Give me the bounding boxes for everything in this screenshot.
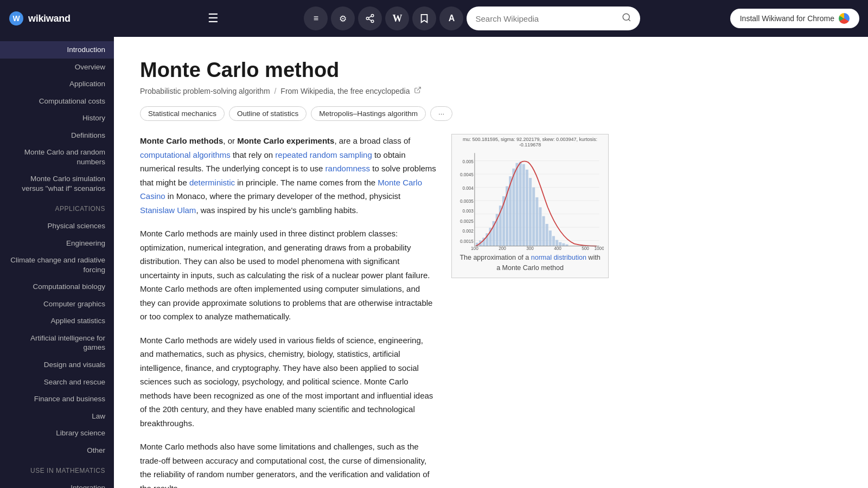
svg-text:1000: 1000 bbox=[595, 246, 604, 251]
translate-button[interactable]: A bbox=[439, 7, 463, 30]
svg-text:0.0025: 0.0025 bbox=[460, 219, 474, 224]
svg-text:100: 100 bbox=[471, 246, 478, 251]
svg-line-8 bbox=[629, 19, 630, 21]
svg-text:0.0045: 0.0045 bbox=[460, 172, 474, 177]
svg-text:W: W bbox=[12, 14, 20, 23]
svg-rect-55 bbox=[556, 240, 558, 246]
svg-text:0.003: 0.003 bbox=[462, 209, 474, 214]
paragraph-3: Monte Carlo methods are widely used in v… bbox=[140, 333, 436, 431]
sidebar-item-library-science[interactable]: Library science bbox=[0, 425, 114, 442]
svg-rect-51 bbox=[542, 216, 545, 246]
header: W wikiwand ☰ ≡ ⚙ W A bbox=[0, 0, 868, 37]
article-text: Monte Carlo methods, or Monte Carlo expe… bbox=[140, 134, 436, 488]
search-input[interactable] bbox=[475, 14, 617, 23]
paragraph-1: Monte Carlo methods, or Monte Carlo expe… bbox=[140, 134, 436, 217]
sidebar-item-finance[interactable]: Finance and business bbox=[0, 390, 114, 408]
svg-rect-52 bbox=[546, 224, 548, 246]
tag-metropolis-hastings[interactable]: Metropolis–Hastings algorithm bbox=[311, 106, 426, 121]
svg-line-6 bbox=[369, 16, 372, 18]
svg-text:200: 200 bbox=[499, 246, 506, 251]
svg-rect-43 bbox=[515, 163, 518, 246]
paragraph-2: Monte Carlo methods are mainly used in t… bbox=[140, 227, 436, 324]
svg-rect-50 bbox=[539, 207, 541, 246]
sidebar-item-engineering[interactable]: Engineering bbox=[0, 235, 114, 252]
svg-text:0.0035: 0.0035 bbox=[460, 199, 474, 204]
separator: / bbox=[275, 87, 277, 95]
logo-area: W wikiwand bbox=[9, 11, 123, 26]
svg-text:0.004: 0.004 bbox=[462, 186, 474, 191]
sidebar-item-application[interactable]: Application bbox=[0, 75, 114, 93]
content-area: Monte Carlo method Probabilistic problem… bbox=[114, 37, 635, 488]
tag-statistical-mechanics[interactable]: Statistical mechanics bbox=[140, 106, 225, 121]
svg-point-2 bbox=[372, 15, 374, 17]
sidebar-item-definitions[interactable]: Definitions bbox=[0, 127, 114, 144]
sidebar-item-ai-games[interactable]: Artificial intelligence for games bbox=[0, 330, 114, 356]
settings-button[interactable]: ⚙ bbox=[331, 7, 355, 30]
sidebar-item-computational-biology[interactable]: Computational biology bbox=[0, 278, 114, 296]
bookmark-button[interactable] bbox=[412, 7, 436, 30]
link-computational-algorithms[interactable]: computational algorithms bbox=[140, 150, 231, 159]
sidebar-item-computational-costs[interactable]: Computational costs bbox=[0, 93, 114, 110]
page-subtitle: Probabilistic problem-solving algorithm … bbox=[140, 86, 609, 95]
sidebar-item-overview[interactable]: Overview bbox=[0, 59, 114, 76]
sidebar-item-introduction[interactable]: Introduction bbox=[0, 41, 114, 59]
menu-button[interactable]: ☰ bbox=[208, 11, 219, 25]
sidebar-item-integration[interactable]: Integration bbox=[0, 479, 114, 488]
svg-point-4 bbox=[372, 20, 374, 23]
chart-label: mu: 500.181595, sigma: 92.202179, skew: … bbox=[456, 137, 604, 147]
page-title: Monte Carlo method bbox=[140, 59, 609, 82]
link-monte-carlo-casino[interactable]: Monte Carlo Casino bbox=[140, 178, 422, 201]
wikipedia-button[interactable]: W bbox=[385, 7, 409, 30]
tag-more[interactable]: ··· bbox=[430, 106, 452, 121]
wikiwand-logo-icon: W bbox=[9, 11, 24, 26]
svg-rect-56 bbox=[559, 242, 561, 246]
chart-svg: 0.005 0.0045 0.004 0.0035 0.003 0.0025 0… bbox=[456, 147, 604, 253]
svg-text:0.002: 0.002 bbox=[462, 229, 474, 234]
paragraph-4: Monte Carlo methods also have some limit… bbox=[140, 440, 436, 488]
sidebar: Introduction Overview Application Comput… bbox=[0, 37, 114, 488]
share-button[interactable] bbox=[358, 7, 382, 30]
link-deterministic[interactable]: deterministic bbox=[189, 178, 235, 187]
link-repeated-random-sampling[interactable]: repeated random sampling bbox=[275, 150, 372, 159]
svg-rect-49 bbox=[535, 197, 538, 246]
subtitle-text: Probabilistic problem-solving algorithm bbox=[140, 87, 270, 95]
svg-rect-53 bbox=[549, 230, 552, 246]
sidebar-item-monte-carlo-vs-whatif[interactable]: Monte Carlo simulation versus "what if" … bbox=[0, 170, 114, 197]
sidebar-item-physical-sciences[interactable]: Physical sciences bbox=[0, 217, 114, 235]
chrome-icon bbox=[839, 13, 850, 24]
text-format-button[interactable]: ≡ bbox=[304, 7, 328, 30]
sidebar-item-search-rescue[interactable]: Search and rescue bbox=[0, 374, 114, 391]
link-stanislaw-ulam[interactable]: Stanislaw Ulam bbox=[140, 206, 196, 215]
figure-box: mu: 500.181595, sigma: 92.202179, skew: … bbox=[451, 134, 609, 488]
svg-text:0.005: 0.005 bbox=[462, 159, 474, 164]
logo-text: wikiwand bbox=[28, 13, 71, 24]
article-body: Monte Carlo methods, or Monte Carlo expe… bbox=[140, 134, 609, 488]
svg-rect-47 bbox=[529, 178, 532, 246]
from-wikipedia: From Wikipedia, the free encyclopedia bbox=[280, 87, 410, 95]
svg-rect-45 bbox=[522, 164, 525, 246]
svg-rect-54 bbox=[552, 236, 555, 246]
search-button[interactable] bbox=[622, 12, 631, 25]
sidebar-item-monte-carlo-random[interactable]: Monte Carlo and random numbers bbox=[0, 144, 114, 170]
sidebar-item-applied-statistics[interactable]: Applied statistics bbox=[0, 312, 114, 330]
sidebar-item-design-visuals[interactable]: Design and visuals bbox=[0, 356, 114, 374]
tag-outline-of-statistics[interactable]: Outline of statistics bbox=[229, 106, 307, 121]
chart-area: mu: 500.181595, sigma: 92.202179, skew: … bbox=[452, 134, 608, 248]
sidebar-item-computer-graphics[interactable]: Computer graphics bbox=[0, 296, 114, 313]
install-button[interactable]: Install Wikiwand for Chrome bbox=[730, 9, 859, 28]
header-center: ≡ ⚙ W A bbox=[304, 7, 640, 30]
sidebar-item-law[interactable]: Law bbox=[0, 408, 114, 425]
sidebar-section-applications: Applications bbox=[0, 201, 114, 217]
svg-line-5 bbox=[369, 19, 372, 21]
caption-link[interactable]: normal distribution bbox=[531, 254, 586, 261]
svg-line-9 bbox=[417, 87, 420, 91]
sidebar-item-other[interactable]: Other bbox=[0, 442, 114, 459]
sidebar-item-history[interactable]: History bbox=[0, 110, 114, 127]
link-randomness[interactable]: randomness bbox=[326, 164, 371, 173]
svg-rect-44 bbox=[519, 162, 522, 246]
svg-text:0.0015: 0.0015 bbox=[460, 239, 474, 244]
svg-text:300: 300 bbox=[526, 246, 534, 251]
sidebar-item-climate-change[interactable]: Climate change and radiative forcing bbox=[0, 252, 114, 278]
svg-rect-42 bbox=[512, 169, 515, 246]
tags-container: Statistical mechanics Outline of statist… bbox=[140, 106, 609, 121]
